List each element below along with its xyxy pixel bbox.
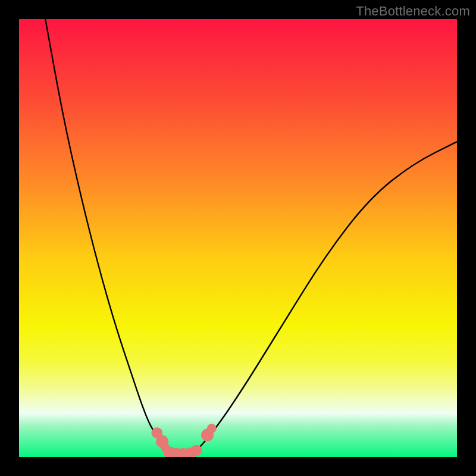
zero-bottleneck-markers — [152, 424, 217, 457]
chart-frame: TheBottleneck.com — [0, 0, 476, 476]
chart-svg — [19, 19, 457, 457]
watermark-label: TheBottleneck.com — [356, 4, 470, 19]
chart-plot-area — [19, 19, 457, 457]
marker-dot — [207, 424, 217, 433]
bottleneck-curve — [45, 19, 457, 455]
marker-dot — [191, 445, 202, 456]
